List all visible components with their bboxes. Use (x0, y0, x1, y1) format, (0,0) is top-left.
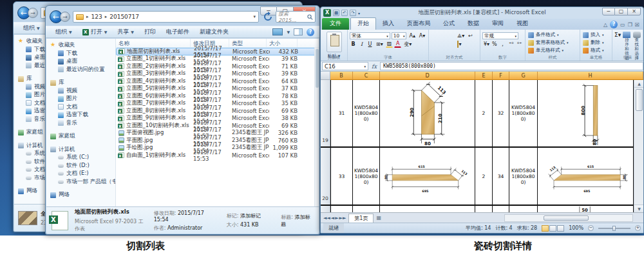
cell-h20-diagram[interactable]: 615 695 80 113 (538, 148, 634, 205)
increase-decimal-icon[interactable]: ⁺⁰ (507, 41, 515, 48)
shrink-font-button[interactable]: A▾ (418, 32, 426, 39)
wrap-text-icon[interactable]: ↩ (467, 32, 474, 39)
orientation-icon[interactable]: ⟁▾ (456, 32, 466, 39)
row-header[interactable]: 20 (321, 148, 330, 205)
qat-dropdown-caret[interactable]: ▾ (358, 11, 360, 15)
zoom-slider-knob[interactable] (612, 226, 616, 231)
vertical-scrollbar[interactable]: ▲ ▼ (634, 80, 643, 212)
cell-d19-diagram[interactable]: 290 210 80 113 (380, 80, 475, 146)
cells-button[interactable]: 删除 ▾ (582, 39, 611, 46)
ribbon-tab[interactable]: 文件 (322, 18, 349, 30)
comma-icon[interactable]: , (499, 41, 506, 48)
ribbon-tab[interactable]: 数据 (461, 18, 486, 30)
ribbon-tab[interactable]: 视图 (510, 18, 535, 30)
file-list-scrollbar[interactable] (314, 48, 319, 206)
phonetic-button[interactable]: 变▾ (402, 41, 413, 48)
accounting-format-icon[interactable]: ¥▾ (482, 41, 489, 48)
font-color-button[interactable]: A (394, 41, 401, 48)
ribbon-tab[interactable]: 页面布局 (401, 18, 437, 30)
maximize-button[interactable]: ▢ (615, 8, 628, 15)
minimize-ribbon-icon[interactable]: ▭ (620, 22, 625, 28)
bold-button[interactable]: B (350, 41, 357, 48)
close-button[interactable]: × (628, 8, 641, 15)
sidebar-item[interactable]: 文档 (E:) (49, 170, 115, 178)
cell-b20[interactable]: 33 (330, 148, 353, 205)
column-header[interactable]: H (538, 72, 643, 80)
cell-b19[interactable]: 31 (330, 80, 353, 146)
page-layout-view-icon[interactable] (549, 225, 556, 232)
undo-icon[interactable]: ↶ (341, 10, 348, 16)
sidebar-item[interactable]: 网络 (49, 191, 115, 199)
italic-button[interactable]: I (358, 41, 365, 48)
sidebar-item[interactable]: 系统 (C:) (49, 154, 115, 162)
sidebar-item[interactable]: 家庭组 (49, 132, 115, 141)
breadcrumb-segment[interactable]: 123 (91, 14, 102, 20)
search-input[interactable]: 搜索 2015... (276, 11, 316, 23)
desktop-icon[interactable] (1, 3, 14, 13)
toolbar-button[interactable]: X 新建文件夹 ▼ (195, 26, 233, 37)
column-header-size[interactable]: 大小 (267, 39, 298, 47)
fill-color-button[interactable]: ▨ (386, 41, 393, 48)
cells-button[interactable]: 插入 ▾ (582, 31, 611, 39)
sidebar-item[interactable]: 图片 (49, 95, 115, 103)
horizontal-scrollbar[interactable] (504, 214, 633, 222)
cell-g19[interactable]: KWD58041(800x800) (509, 80, 538, 146)
column-header[interactable]: D (380, 72, 475, 80)
formula-input[interactable]: KWB58058(800x800) (380, 62, 643, 70)
cells-button[interactable]: 格式 ▾ (582, 46, 611, 54)
style-button[interactable]: 单元格样式 ▾ (527, 46, 578, 54)
column-header-name[interactable]: 名称 (116, 39, 191, 47)
forward-button[interactable]: → (60, 12, 70, 22)
sidebar-item[interactable]: 下载 (49, 50, 115, 58)
scroll-down-arrow[interactable]: ▼ (634, 205, 643, 212)
cell-g21[interactable] (509, 206, 538, 212)
cell-h21-diagram[interactable]: 50 (538, 206, 634, 212)
normal-view-icon[interactable] (542, 225, 549, 232)
zoom-slider[interactable] (598, 228, 630, 229)
excel-logo-icon[interactable]: X (323, 9, 331, 17)
sidebar-item[interactable]: 计算机 (49, 146, 115, 154)
paste-button[interactable] (327, 32, 342, 52)
ribbon-tab[interactable]: 开始 (350, 17, 376, 30)
minimize-button[interactable]: ─ (602, 8, 615, 15)
cell-d20-diagram[interactable]: 615 695 80 113 (380, 148, 475, 205)
forward-button[interactable]: → (28, 8, 38, 18)
upload-icon[interactable]: △ (603, 22, 607, 28)
row-header[interactable]: 19 (321, 80, 330, 146)
cell-e20[interactable]: 2 (475, 148, 493, 205)
organize-button[interactable]: 组织▼ (19, 23, 44, 34)
sidebar-item[interactable]: 市场一部 产品组（专用） (49, 178, 115, 186)
help-icon[interactable]: ? (307, 28, 314, 36)
prev-sheet-button[interactable]: ◄ (331, 215, 334, 221)
sidebar-item[interactable]: 库 (49, 79, 115, 87)
align-middle-icon[interactable] (439, 32, 446, 39)
style-button[interactable]: 套用表格格式 ▾ (527, 39, 578, 46)
cell-b21[interactable] (330, 206, 353, 212)
redo-icon[interactable]: ↷ (350, 10, 356, 16)
number-format-combo[interactable]: 常规▾ (482, 32, 518, 39)
cell-g20[interactable]: KWD58041(800x800) (509, 148, 538, 205)
autosum-button[interactable]: Σ▾ (614, 32, 621, 38)
sidebar-item[interactable]: 收藏夹 (49, 41, 115, 50)
refresh-icon[interactable] (263, 12, 273, 22)
toolbar-button[interactable]: X 打印 ▼ (140, 26, 160, 37)
font-name-combo[interactable]: 宋体▾ (350, 32, 390, 39)
cell-f21[interactable] (493, 206, 509, 212)
insert-sheet-button[interactable]: ▦ (376, 215, 381, 221)
last-sheet-button[interactable]: ►► (339, 215, 346, 221)
zoom-in-button[interactable]: + (635, 225, 641, 231)
cell-d21[interactable] (380, 206, 475, 212)
grow-font-button[interactable]: A▴ (408, 32, 416, 39)
sidebar-item[interactable]: 文档 (49, 103, 115, 112)
font-size-combo[interactable]: 10▾ (392, 32, 407, 39)
column-header[interactable]: G (509, 72, 538, 80)
cell-f19[interactable]: 32 (493, 80, 509, 146)
align-right-icon[interactable] (448, 41, 455, 48)
save-icon[interactable]: ▦ (333, 10, 339, 16)
restore-icon[interactable]: ❐ (628, 22, 632, 28)
decrease-decimal-icon[interactable]: ⁰⁺ (516, 41, 523, 48)
cell-f20[interactable]: 34 (493, 148, 509, 205)
page-break-view-icon[interactable] (557, 225, 564, 232)
help-icon[interactable]: ? (610, 21, 618, 28)
address-dropdown-caret[interactable]: ▾ (253, 14, 256, 19)
